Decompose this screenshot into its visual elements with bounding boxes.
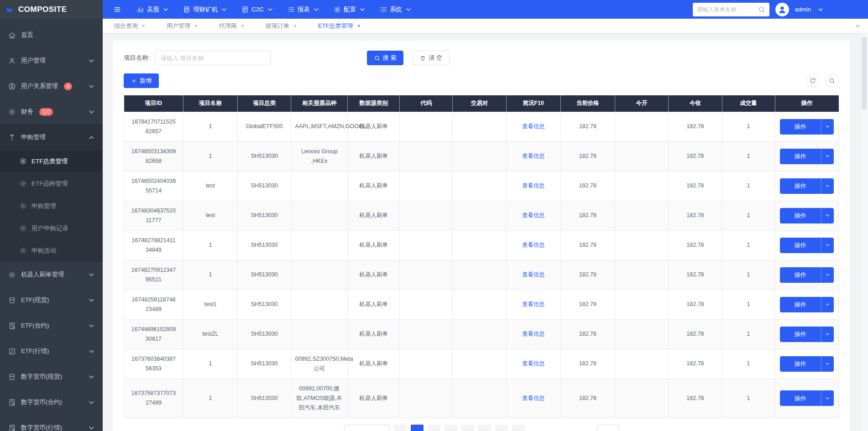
tab-close-icon[interactable]: × bbox=[241, 23, 244, 29]
topnav-item[interactable]: 理财矿机 bbox=[176, 0, 235, 19]
topnav-item[interactable]: 报表 bbox=[281, 0, 327, 19]
search-button[interactable]: 搜 索 bbox=[367, 51, 404, 65]
sidebar-subitem[interactable]: 申购管理 bbox=[0, 195, 103, 217]
hamburger-icon[interactable] bbox=[114, 6, 121, 13]
doc-icon bbox=[183, 6, 190, 13]
chevron-down-icon[interactable] bbox=[821, 302, 834, 307]
sidebar-item[interactable]: 财务127 bbox=[0, 99, 103, 125]
sidebar-subitem[interactable]: 申购活动 bbox=[0, 239, 103, 262]
view-info-link[interactable]: 查看信息 bbox=[522, 301, 545, 307]
topnav-item[interactable]: C2C bbox=[235, 0, 281, 19]
tab-代理商[interactable]: 代理商× bbox=[219, 22, 244, 30]
view-info-link[interactable]: 查看信息 bbox=[522, 242, 545, 248]
user-chevron-down-icon[interactable] bbox=[817, 6, 824, 13]
view-info-link[interactable]: 查看信息 bbox=[522, 360, 545, 367]
cell-related-stocks: 00992,SZ300750,Meta公司 bbox=[291, 349, 348, 379]
tab-close-icon[interactable]: × bbox=[357, 23, 361, 29]
add-button[interactable]: 新增 bbox=[124, 73, 159, 88]
view-info-link[interactable]: 查看信息 bbox=[522, 271, 545, 278]
menu-search-input[interactable] bbox=[697, 6, 758, 13]
refresh-button[interactable] bbox=[806, 74, 820, 88]
row-action-button[interactable]: 操作 bbox=[780, 390, 834, 406]
tab-close-icon[interactable]: × bbox=[142, 23, 145, 29]
hammer-icon bbox=[8, 134, 16, 141]
sidebar-item[interactable]: ETF(行情) bbox=[0, 338, 103, 364]
row-action-button[interactable]: 操作 bbox=[780, 297, 834, 312]
sidebar-subitem[interactable]: ETF品种管理 bbox=[0, 172, 103, 195]
tab-ETF总类管理[interactable]: ETF总类管理× bbox=[318, 22, 361, 30]
chevron-down-icon[interactable] bbox=[821, 361, 834, 366]
cell-code bbox=[400, 379, 453, 418]
page-size-select[interactable] bbox=[344, 425, 390, 431]
row-action-button[interactable]: 操作 bbox=[780, 356, 834, 372]
avatar[interactable] bbox=[775, 3, 789, 16]
chevron-down-icon[interactable] bbox=[821, 243, 834, 248]
view-info-link[interactable]: 查看信息 bbox=[522, 395, 545, 401]
row-action-button[interactable]: 操作 bbox=[780, 178, 834, 194]
chevron-down-icon[interactable] bbox=[821, 183, 834, 188]
pagination-prev-button[interactable] bbox=[394, 425, 407, 431]
cell-trading-pair bbox=[453, 290, 506, 319]
sidebar-subitem[interactable]: 用户申购记录 bbox=[0, 217, 103, 239]
chevron-down-icon[interactable] bbox=[821, 332, 834, 337]
chevron-down-icon[interactable] bbox=[821, 154, 834, 159]
scrollbar[interactable] bbox=[860, 33, 868, 431]
pagination-page-button[interactable] bbox=[478, 425, 491, 431]
tabbar-chevron-down-icon[interactable] bbox=[854, 22, 862, 30]
row-action-button[interactable]: 操作 bbox=[780, 238, 834, 253]
sidebar-item-label: 财务 bbox=[21, 108, 33, 116]
cell-project-category: GlobalETF500 bbox=[237, 112, 291, 141]
scrollbar-thumb[interactable] bbox=[862, 36, 867, 109]
tab-提现订单[interactable]: 提现订单× bbox=[266, 22, 297, 30]
username[interactable]: admin bbox=[795, 6, 811, 13]
pagination-page-button-active[interactable] bbox=[411, 425, 424, 431]
view-info-link[interactable]: 查看信息 bbox=[522, 123, 545, 130]
pagination-page-button[interactable] bbox=[495, 425, 508, 431]
tab-综合查询[interactable]: 综合查询× bbox=[114, 22, 145, 30]
pagination-jump-input[interactable] bbox=[597, 425, 619, 431]
tab-close-icon[interactable]: × bbox=[194, 23, 198, 29]
pagination-page-button[interactable] bbox=[444, 425, 457, 431]
sidebar-item[interactable]: 数字货币(行情) bbox=[0, 415, 103, 431]
view-info-link[interactable]: 查看信息 bbox=[522, 182, 545, 189]
chevron-down-icon[interactable] bbox=[821, 124, 834, 129]
sidebar-item[interactable]: 用户关系管理4 bbox=[0, 73, 103, 99]
cell-trading-pair bbox=[453, 379, 506, 418]
pagination-page-button[interactable] bbox=[428, 425, 440, 431]
topnav-item[interactable]: 系统 bbox=[373, 0, 419, 19]
view-info-link[interactable]: 查看信息 bbox=[522, 153, 545, 159]
column-search-button[interactable] bbox=[825, 74, 839, 88]
project-name-input[interactable] bbox=[155, 51, 271, 65]
sidebar-item[interactable]: ETF(合约) bbox=[0, 313, 103, 338]
row-action-button[interactable]: 操作 bbox=[780, 267, 834, 283]
sidebar-item[interactable]: 机器人刷单管理 bbox=[0, 262, 103, 287]
sidebar-item[interactable]: 首页 bbox=[0, 22, 103, 48]
row-action-button[interactable]: 操作 bbox=[780, 327, 834, 342]
sidebar-item[interactable]: 数字货币(现货) bbox=[0, 364, 103, 389]
pagination-page-button[interactable] bbox=[461, 425, 474, 431]
view-info-link[interactable]: 查看信息 bbox=[522, 331, 545, 337]
topnav-item[interactable]: 配置 bbox=[327, 0, 373, 19]
chevron-down-icon[interactable] bbox=[821, 272, 834, 277]
view-info-link[interactable]: 查看信息 bbox=[522, 212, 545, 218]
topnav-item[interactable]: 美股 bbox=[130, 0, 176, 19]
cell-trading-pair bbox=[453, 112, 506, 141]
row-action-button[interactable]: 操作 bbox=[780, 119, 834, 135]
pagination bbox=[124, 425, 839, 431]
sidebar-subitem[interactable]: ETF总类管理 bbox=[0, 150, 103, 172]
cell-today-close: 182.78 bbox=[669, 112, 722, 141]
chevron-down-icon[interactable] bbox=[821, 213, 834, 218]
sidebar-item[interactable]: 申购管理 bbox=[0, 125, 103, 150]
sidebar-item[interactable]: 用户管理 bbox=[0, 48, 103, 73]
sidebar-item[interactable]: 数字货币(合约) bbox=[0, 389, 103, 415]
tab-用户管理[interactable]: 用户管理× bbox=[167, 22, 198, 30]
sidebar-item-label: 用户管理 bbox=[21, 57, 46, 65]
pagination-next-button[interactable] bbox=[512, 425, 525, 431]
tab-close-icon[interactable]: × bbox=[293, 23, 297, 29]
row-action-button[interactable]: 操作 bbox=[780, 208, 834, 223]
clear-button[interactable]: 清 空 bbox=[413, 51, 450, 65]
chevron-down-icon[interactable] bbox=[821, 396, 834, 401]
row-action-button[interactable]: 操作 bbox=[780, 149, 834, 164]
sidebar-item[interactable]: ETF(现货) bbox=[0, 287, 103, 313]
cell-today-close: 182.78 bbox=[669, 319, 722, 349]
